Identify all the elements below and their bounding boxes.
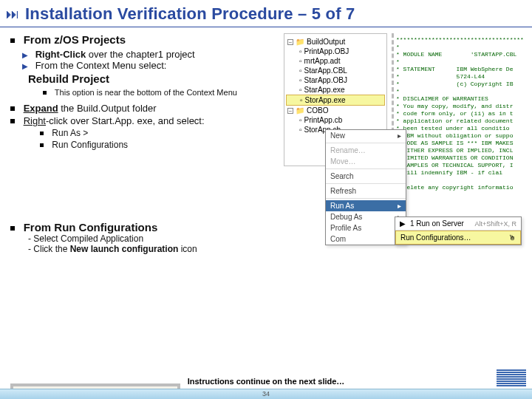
dash1: - Select Compiled Application <box>28 233 281 244</box>
ctx-profileas[interactable]: Profile As▸ <box>326 222 406 233</box>
forward-icon: ⏭ <box>6 7 19 22</box>
right-label: Right <box>24 115 46 126</box>
dash2c: icon <box>178 244 197 254</box>
right-rest: -click over Start.App. exe, and select: <box>46 115 205 126</box>
rightclick-label: Right-Click <box>35 49 86 60</box>
runas-sub: Run As > <box>52 128 88 138</box>
chevron-right-icon: ▸ <box>398 202 401 210</box>
tree-item[interactable]: mrtApp.adt <box>304 57 341 65</box>
runas-flyout: ▶ 1 Run on Server Alt+Shift+X, R Run Con… <box>395 216 522 245</box>
file-icon: ▫ <box>299 66 302 75</box>
tree-item[interactable]: StarApp.OBJ <box>304 76 347 84</box>
expand-label: Expand <box>24 103 58 114</box>
ibm-logo <box>497 369 526 387</box>
ctx-move[interactable]: Move… <box>326 156 406 167</box>
tree-item[interactable]: PrintApp.cb <box>304 116 343 124</box>
code-panel: ************************************ * *… <box>392 33 532 240</box>
tree-item[interactable]: COBO <box>307 106 328 115</box>
bullet-icon <box>10 226 15 231</box>
bullet-icon <box>10 119 15 123</box>
title-rule <box>0 27 532 27</box>
tree-item[interactable]: StarApp.exe <box>304 86 345 94</box>
bullet-icon <box>10 38 15 43</box>
file-icon: ▫ <box>299 116 302 124</box>
ctx-refresh[interactable]: Refresh <box>326 185 406 197</box>
context-menu-select: From the Context Menu select: <box>35 60 167 71</box>
ctx-search[interactable]: Search <box>326 171 406 182</box>
file-icon: ▫ <box>299 76 302 84</box>
rightclick-rest: over the chapter1 project <box>86 49 194 60</box>
section3-heading: From Run Configurations <box>24 221 158 233</box>
tree-item[interactable]: StarApp.CBL <box>304 66 347 75</box>
chevron-right-icon: ▸ <box>398 132 401 140</box>
dash2b: New launch configuration <box>70 244 179 254</box>
tree-collapse-icon[interactable]: − <box>287 108 293 114</box>
folder-icon: 📁 <box>296 38 304 46</box>
folder-icon: 📁 <box>296 106 304 115</box>
ctx-rename[interactable]: Rename… <box>326 145 406 156</box>
note-text: This option is near the bottom of the Co… <box>55 88 237 97</box>
bullet-icon <box>43 91 47 95</box>
shortcut-text: Alt+Shift+X, R <box>474 220 516 228</box>
next-slide-instruction: Instructions continue on the next slide… <box>0 377 532 386</box>
bullet-icon <box>10 106 15 111</box>
file-icon: ▫ <box>299 126 302 134</box>
rebuild-project: Rebuild Project <box>28 72 281 85</box>
tree-item-selected[interactable]: StorApp.exe <box>305 96 346 104</box>
section1-heading: From z/OS Projects <box>24 33 126 46</box>
page-title: Installation Verification Procedure – 5 … <box>25 4 355 24</box>
tree-item[interactable]: BuildOutput <box>307 38 345 46</box>
ctx-com[interactable]: Com <box>326 233 406 245</box>
runcfg-sub: Run Configurations <box>52 140 128 150</box>
tree-collapse-icon[interactable]: − <box>287 39 293 45</box>
file-icon: ▫ <box>299 47 302 55</box>
ctx-runas[interactable]: Run As▸ <box>326 200 406 211</box>
file-icon: ▫ <box>300 96 303 104</box>
arrow-icon: ▶ <box>22 62 28 70</box>
bullet-icon <box>40 132 44 135</box>
cursor-icon: 🖱 <box>508 233 516 242</box>
expand-rest: the Build.Output folder <box>58 103 157 114</box>
fly-run-configurations[interactable]: Run Configurations… 🖱 <box>395 231 521 245</box>
arrow-icon: ▶ <box>22 51 28 59</box>
fly-run-on-server[interactable]: ▶ 1 Run on Server Alt+Shift+X, R <box>395 217 521 230</box>
dash2a: - Click the <box>28 244 70 254</box>
page-number: 34 <box>0 389 532 398</box>
ctx-debugas[interactable]: Debug As▸ <box>326 211 406 222</box>
tree-item[interactable]: PrintApp.OBJ <box>304 47 349 55</box>
bullet-icon <box>40 143 44 147</box>
file-icon: ▫ <box>299 86 302 94</box>
ctx-new[interactable]: New▸ <box>326 130 406 141</box>
run-icon: ▶ <box>400 219 406 228</box>
file-icon: ▫ <box>299 57 302 65</box>
